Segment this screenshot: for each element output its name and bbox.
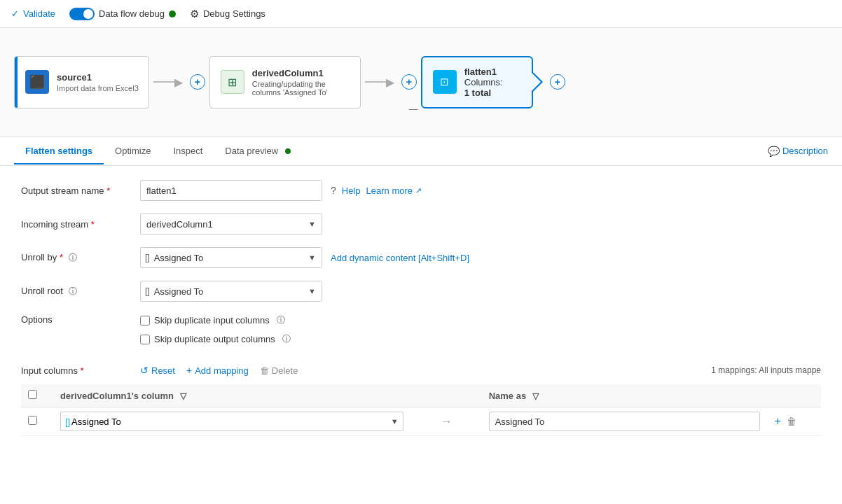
reset-button[interactable]: ↺ Reset (140, 365, 175, 376)
source1-icon: ⬛ (25, 69, 50, 94)
source-select-wrap[interactable]: [] Assigned To ▼ (60, 412, 403, 431)
skip-input-info-icon[interactable]: ⓘ (277, 314, 285, 326)
options-block: Skip duplicate input columns ⓘ Skip dupl… (140, 314, 291, 352)
unroll-root-row: Unroll root ⓘ [] Assigned To ▼ (21, 281, 821, 302)
name-as-input-wrap[interactable]: Assigned To (489, 412, 761, 431)
output-stream-name-row: Output stream name * ? Help Learn more ↗ (21, 180, 821, 201)
toolbar: ✓ Validate Data flow debug ⚙ Debug Setti… (0, 0, 842, 28)
header-actions-col (767, 384, 821, 407)
mapping-arrow: → (417, 414, 475, 429)
array-bracket-1: [] (145, 253, 150, 262)
nameas-filter-icon[interactable]: ▽ (532, 391, 539, 401)
cols-actions: ↺ Reset + Add mapping 🗑 Delete (140, 365, 298, 376)
tab-flatten-settings[interactable]: Flatten settings (14, 139, 104, 164)
delete-button[interactable]: 🗑 Delete (260, 365, 298, 376)
options-row: Options Skip duplicate input columns ⓘ S… (21, 314, 821, 352)
input-columns-label-text: Input columns (21, 365, 78, 376)
tab-optimize-label: Optimize (115, 146, 151, 156)
source1-info: source1 Import data from Excel3 (57, 72, 139, 92)
flatten1-cols-value: 1 total (464, 88, 491, 98)
incoming-stream-select[interactable]: derivedColumn1 (141, 214, 322, 234)
connector-2: ▶ (361, 76, 399, 89)
delete-row-button[interactable]: 🗑 (787, 416, 796, 427)
nameas-col-header-text: Name as (489, 391, 526, 401)
debug-settings-label: Debug Settings (203, 8, 265, 19)
debug-settings-icon: ⚙ (190, 8, 199, 20)
required-marker-4: * (81, 365, 84, 376)
source-select[interactable]: Assigned To (71, 416, 391, 427)
input-columns-label: Input columns * (21, 365, 140, 376)
unroll-root-select-wrap[interactable]: [] Assigned To ▼ (140, 281, 322, 302)
options-label: Options (21, 314, 140, 325)
pipeline-node-flatten1[interactable]: ⊡ flatten1 Columns: 1 total (421, 56, 533, 108)
flatten1-icon-glyph: ⊡ (440, 76, 449, 88)
validate-button[interactable]: ✓ Validate (11, 8, 55, 19)
help-label: Help (342, 186, 361, 196)
add-node-btn-2[interactable]: + (401, 74, 417, 90)
row-action-buttons: + 🗑 (774, 415, 814, 428)
connector-line-1 (153, 81, 174, 83)
incoming-stream-select-wrap[interactable]: derivedColumn1 ▼ (140, 214, 322, 234)
data-flow-debug-toggle[interactable]: Data flow debug (69, 8, 176, 20)
unroll-by-select[interactable]: Assigned To (153, 248, 322, 267)
source-col-header-text: derivedColumn1's column (60, 391, 174, 401)
unroll-by-info-icon[interactable]: ⓘ (69, 253, 77, 262)
description-button[interactable]: 💬 Description (768, 146, 828, 157)
help-button[interactable]: Help (342, 186, 361, 196)
derivedColumn1-title: derivedColumn1 (252, 68, 350, 78)
add-dynamic-content-link[interactable]: Add dynamic content [Alt+Shift+D] (331, 253, 469, 263)
add-node-btn-1[interactable]: + (190, 74, 205, 90)
data-flow-debug-label: Data flow debug (99, 8, 165, 19)
tab-data-preview[interactable]: Data preview (214, 139, 302, 164)
derivedColumn1-icon-glyph: ⊞ (228, 76, 237, 89)
connector-line-2 (365, 81, 386, 83)
header-source-col: derivedColumn1's column ▽ (53, 384, 410, 407)
pipeline-node-derivedColumn1[interactable]: ⊞ derivedColumn1 Creating/updating the c… (209, 56, 361, 108)
skip-duplicate-output-checkbox[interactable] (140, 335, 150, 344)
unroll-root-label: Unroll root ⓘ (21, 286, 140, 298)
select-all-checkbox[interactable] (28, 390, 37, 399)
source1-icon-glyph: ⬛ (29, 74, 45, 90)
skip-duplicate-input-label: Skip duplicate input columns (154, 315, 270, 326)
incoming-stream-label-text: Incoming stream (21, 219, 88, 230)
skip-duplicate-input-row[interactable]: Skip duplicate input columns ⓘ (140, 314, 291, 326)
source-filter-icon[interactable]: ▽ (180, 391, 186, 401)
mapping-table-header-row: derivedColumn1's column ▽ Name as ▽ (21, 384, 821, 407)
source1-subtitle: Import data from Excel3 (57, 84, 139, 92)
row-nameas-cell: Assigned To (482, 407, 768, 436)
header-checkbox-col (21, 384, 53, 407)
unroll-root-info-icon[interactable]: ⓘ (69, 286, 77, 296)
unroll-by-row: Unroll by * ⓘ [] Assigned To ▼ Add dynam… (21, 247, 821, 268)
minimize-canvas-btn[interactable]: — (409, 104, 418, 136)
check-icon: ✓ (11, 8, 19, 19)
row-checkbox-cell (21, 407, 53, 436)
add-row-button[interactable]: + (774, 415, 780, 428)
derivedColumn1-icon: ⊞ (220, 69, 245, 94)
row-actions-cell: + 🗑 (767, 407, 821, 436)
unroll-root-select[interactable]: Assigned To (153, 281, 322, 301)
description-label: Description (782, 146, 828, 156)
skip-duplicate-input-checkbox[interactable] (140, 316, 150, 326)
derivedColumn1-subtitle: Creating/updating the columns 'Assigned … (252, 80, 350, 97)
row-checkbox[interactable] (28, 416, 37, 425)
delete-icon: 🗑 (260, 365, 269, 376)
add-mapping-button[interactable]: + Add mapping (186, 365, 249, 376)
skip-duplicate-output-row[interactable]: Skip duplicate output columns ⓘ (140, 333, 291, 345)
tab-inspect[interactable]: Inspect (162, 139, 214, 164)
output-stream-name-label: Output stream name * (21, 186, 140, 196)
debug-settings-button[interactable]: ⚙ Debug Settings (190, 8, 265, 20)
output-stream-name-input[interactable] (140, 180, 322, 201)
add-node-btn-3[interactable]: + (550, 74, 565, 90)
unroll-by-select-wrap[interactable]: [] Assigned To ▼ (140, 247, 322, 268)
description-icon: 💬 (768, 146, 780, 157)
header-arrow-col (410, 384, 482, 407)
input-columns-header: Input columns * ↺ Reset + Add mapping 🗑 … (21, 365, 821, 376)
pipeline-node-source1[interactable]: ⬛ source1 Import data from Excel3 (14, 56, 149, 108)
row-arrow-cell: → (410, 407, 482, 436)
skip-output-info-icon[interactable]: ⓘ (282, 333, 291, 345)
pipeline-canvas: ⬛ source1 Import data from Excel3 ▶ + ⊞ … (0, 28, 842, 136)
add-mapping-icon: + (186, 365, 192, 376)
unroll-by-label-text: Unroll by (21, 252, 57, 262)
incoming-stream-label: Incoming stream * (21, 219, 140, 230)
tab-optimize[interactable]: Optimize (104, 139, 162, 164)
